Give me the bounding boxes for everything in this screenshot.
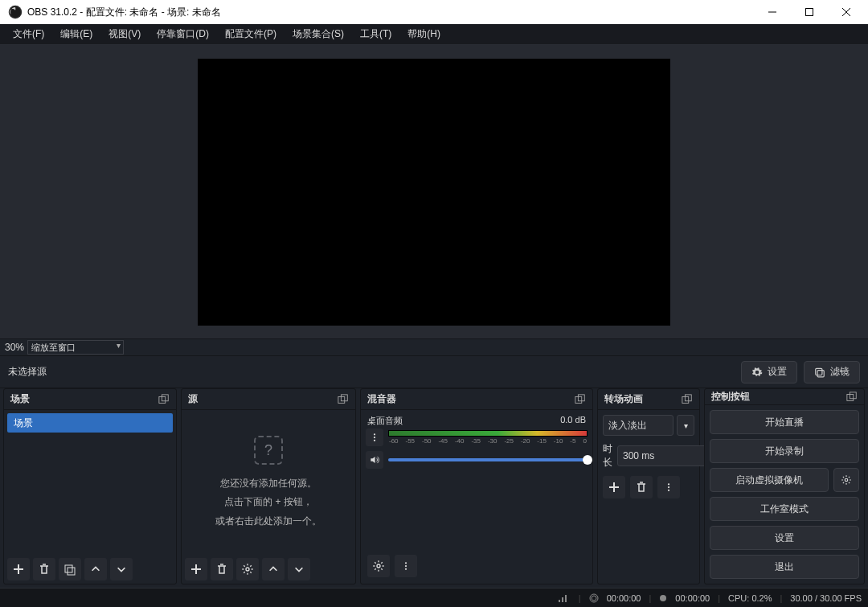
controls-title: 控制按钮: [711, 390, 750, 404]
menu-edit[interactable]: 编辑(E): [52, 25, 100, 43]
svg-point-16: [374, 440, 375, 441]
add-transition-button[interactable]: [603, 476, 625, 498]
svg-rect-29: [559, 600, 560, 602]
scene-item[interactable]: 场景: [7, 413, 173, 433]
mixer-title: 混音器: [367, 392, 396, 406]
svg-rect-7: [65, 565, 72, 572]
svg-point-19: [405, 565, 407, 567]
scene-down-button[interactable]: [110, 558, 133, 580]
volume-slider[interactable]: [388, 458, 588, 461]
mixer-settings-button[interactable]: [367, 555, 390, 577]
speaker-icon: [369, 454, 380, 466]
start-virtual-cam-button[interactable]: 启动虚拟摄像机: [710, 468, 829, 492]
exit-button[interactable]: 退出: [710, 555, 859, 579]
source-settings-button[interactable]: [236, 558, 259, 580]
mute-button[interactable]: [366, 451, 383, 469]
live-indicator-icon: [589, 593, 599, 603]
source-up-button[interactable]: [262, 558, 285, 580]
add-source-button[interactable]: [185, 558, 207, 580]
channel-menu-button[interactable]: [366, 429, 383, 446]
settings-button[interactable]: 设置: [710, 526, 859, 550]
live-time: 00:00:00: [607, 593, 641, 603]
menu-file[interactable]: 文件(F): [5, 25, 52, 43]
dots-vertical-icon: [401, 561, 411, 571]
remove-source-button[interactable]: [211, 558, 233, 580]
vu-meter: [388, 430, 588, 437]
preview-canvas[interactable]: [198, 59, 670, 326]
filters-icon: [814, 367, 825, 378]
menu-profile[interactable]: 配置文件(P): [217, 25, 285, 43]
source-properties-button[interactable]: 设置: [741, 361, 797, 383]
maximize-button[interactable]: [791, 0, 828, 24]
mixer-dock: 混音器 桌面音频 0.0 dB -60-55-50-45-40-35-30-25…: [360, 388, 593, 584]
source-down-button[interactable]: [288, 558, 310, 580]
duration-label: 时长: [603, 442, 612, 470]
menu-scene-collection[interactable]: 场景集合(S): [285, 25, 352, 43]
svg-rect-8: [68, 568, 75, 575]
transitions-title: 转场动画: [604, 392, 643, 406]
trash-icon: [38, 563, 51, 576]
svg-point-11: [246, 568, 249, 571]
preview-area[interactable]: [0, 45, 868, 338]
docks-row: 场景 场景 源 ? 您还没有添加任何源。 点击下面的 +: [0, 388, 868, 588]
source-filters-button[interactable]: 滤镜: [804, 361, 860, 383]
mixer-menu-button[interactable]: [395, 555, 417, 577]
dots-vertical-icon: [370, 433, 379, 442]
network-icon: [558, 593, 571, 603]
transition-menu-button[interactable]: [657, 476, 680, 498]
start-recording-button[interactable]: 开始录制: [710, 439, 859, 463]
cpu-usage: CPU: 0.2%: [728, 593, 772, 603]
popout-icon[interactable]: [338, 394, 349, 405]
svg-rect-2: [806, 9, 813, 16]
popout-icon[interactable]: [846, 392, 858, 403]
scene-up-button[interactable]: [84, 558, 107, 580]
status-bar: | 00:00:00 | 00:00:00 | CPU: 0.2% | 30.0…: [0, 588, 868, 607]
svg-point-14: [374, 433, 375, 435]
studio-mode-button[interactable]: 工作室模式: [710, 497, 859, 521]
svg-rect-30: [562, 597, 563, 602]
sources-title: 源: [188, 392, 198, 406]
sources-empty-state[interactable]: ? 您还没有添加任何源。 点击下面的 + 按钮， 或者右击此处添加一个。: [185, 413, 352, 552]
menu-dock[interactable]: 停靠窗口(D): [149, 25, 217, 43]
svg-rect-31: [565, 595, 567, 602]
svg-rect-4: [817, 370, 824, 376]
menu-help[interactable]: 帮助(H): [399, 25, 448, 43]
source-toolbar: 未选择源 设置 滤镜: [0, 356, 868, 388]
scene-filters-button[interactable]: [59, 558, 81, 580]
remove-scene-button[interactable]: [33, 558, 55, 580]
scenes-dock: 场景 场景: [3, 388, 177, 584]
popout-icon[interactable]: [682, 394, 693, 405]
dots-vertical-icon: [664, 482, 674, 492]
controls-dock: 控制按钮 开始直播 开始录制 启动虚拟摄像机 工作室模式 设置 退出: [704, 388, 865, 584]
window-title: OBS 31.0.2 - 配置文件: 未命名 - 场景: 未命名: [27, 6, 754, 19]
menu-bar: 文件(F) 编辑(E) 视图(V) 停靠窗口(D) 配置文件(P) 场景集合(S…: [0, 24, 868, 45]
menu-view[interactable]: 视图(V): [100, 25, 149, 43]
transition-type-select[interactable]: 淡入淡出: [603, 415, 674, 436]
start-streaming-button[interactable]: 开始直播: [710, 410, 859, 434]
svg-point-25: [668, 490, 669, 491]
popout-icon[interactable]: [575, 394, 586, 405]
svg-point-20: [405, 568, 407, 570]
chevron-down-icon: [116, 564, 127, 575]
virtual-cam-settings-button[interactable]: [833, 468, 859, 492]
zoom-mode-select[interactable]: 缩放至窗口: [27, 340, 124, 355]
svg-point-18: [405, 562, 407, 564]
popout-icon[interactable]: [158, 394, 170, 405]
menu-tools[interactable]: 工具(T): [352, 25, 399, 43]
minimize-button[interactable]: [754, 0, 791, 24]
transition-dropdown-button[interactable]: ▾: [677, 415, 694, 436]
gear-icon: [372, 560, 385, 572]
add-scene-button[interactable]: [7, 558, 30, 580]
filter-icon: [63, 563, 76, 576]
zoom-bar: 30% 缩放至窗口: [0, 338, 868, 356]
svg-point-15: [374, 437, 375, 438]
scene-list[interactable]: 场景: [7, 413, 173, 552]
close-button[interactable]: [828, 0, 865, 24]
trash-icon: [635, 481, 648, 494]
svg-point-32: [592, 596, 596, 601]
svg-point-23: [668, 483, 669, 485]
remove-transition-button[interactable]: [630, 476, 653, 498]
scenes-title: 场景: [10, 392, 30, 406]
window-titlebar: OBS 31.0.2 - 配置文件: 未命名 - 场景: 未命名: [0, 0, 868, 24]
svg-point-34: [660, 595, 666, 601]
